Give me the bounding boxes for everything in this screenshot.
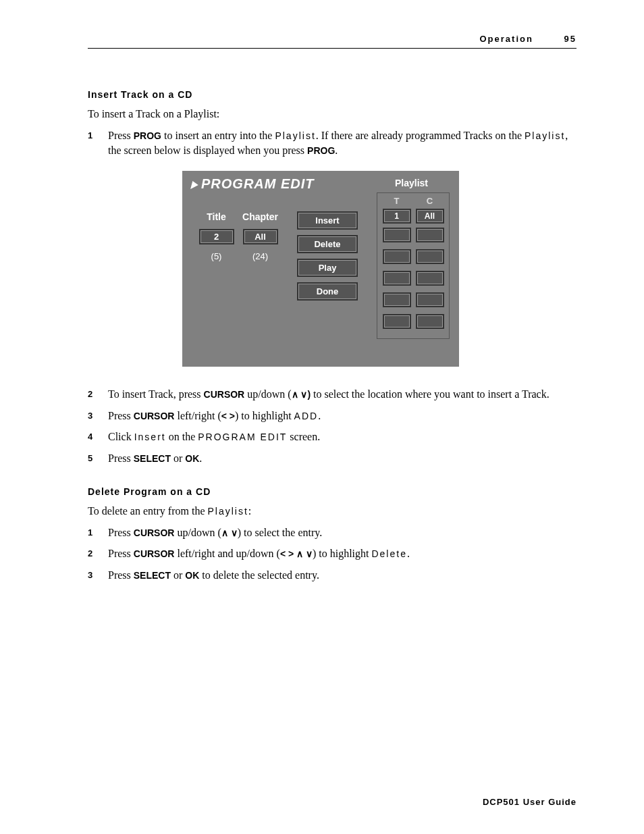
page-header: Operation 95 xyxy=(88,34,576,49)
playlist-c[interactable]: All xyxy=(416,209,444,224)
playlist-c[interactable] xyxy=(416,271,444,286)
playlist-col-t: T xyxy=(380,196,413,209)
section-title-insert: Insert Track on a CD xyxy=(88,89,576,100)
section2-intro: To delete an entry from the Playlist: xyxy=(88,505,576,517)
screen-buttons: Insert Delete Play Done xyxy=(297,211,358,306)
chapter-total: (24) xyxy=(238,251,282,261)
table-row: 1 All xyxy=(380,209,446,224)
playlist-t[interactable] xyxy=(383,292,411,307)
playlist-c[interactable] xyxy=(416,249,444,264)
col-chapter: Chapter xyxy=(238,211,282,222)
playlist-t[interactable] xyxy=(383,228,411,242)
list-item: 3 Press SELECT or OK to delete the selec… xyxy=(88,568,576,583)
delete-button[interactable]: Delete xyxy=(297,235,358,253)
playlist-panel: T C 1 All xyxy=(377,192,450,339)
title-total: (5) xyxy=(194,251,238,261)
page-number: 95 xyxy=(564,34,576,44)
col-title: Title xyxy=(194,211,238,222)
playlist-t[interactable] xyxy=(383,249,411,264)
table-row xyxy=(380,271,446,288)
list-item: 3 Press CURSOR left/right (< >) to highl… xyxy=(88,409,576,423)
section2-steps: 1 Press CURSOR up/down (∧ ∨) to select t… xyxy=(88,525,576,583)
header-section: Operation xyxy=(480,34,533,44)
footer-guide: DCP501 User Guide xyxy=(483,797,576,807)
screen-title: PROGRAM EDIT xyxy=(192,176,315,192)
section1-intro: To insert a Track on a Playlist: xyxy=(88,108,576,120)
playlist-t[interactable] xyxy=(383,314,411,329)
insert-button[interactable]: Insert xyxy=(297,211,358,230)
play-button[interactable]: Play xyxy=(297,259,358,277)
program-edit-screen: PROGRAM EDIT Playlist Title Chapter 2 Al… xyxy=(182,171,459,367)
playlist-t[interactable]: 1 xyxy=(383,209,411,224)
list-item: 1 Press CURSOR up/down (∧ ∨) to select t… xyxy=(88,525,576,540)
list-item: 4 Click Insert on the PROGRAM EDIT scree… xyxy=(88,429,576,444)
playlist-c[interactable] xyxy=(416,314,444,329)
list-item: 1 Press PROG to insert an entry into the… xyxy=(88,128,576,157)
done-button[interactable]: Done xyxy=(297,282,358,301)
section1-steps-cont: 2 To insert Track, press CURSOR up/down … xyxy=(88,387,576,465)
section1-steps: 1 Press PROG to insert an entry into the… xyxy=(88,128,576,157)
list-item: 5 Press SELECT or OK. xyxy=(88,451,576,466)
title-value[interactable]: 2 xyxy=(199,229,234,244)
playlist-c[interactable] xyxy=(416,228,444,242)
playlist-c[interactable] xyxy=(416,292,444,307)
chapter-value[interactable]: All xyxy=(243,229,278,244)
playlist-t[interactable] xyxy=(383,271,411,286)
screen-left-panel: Title Chapter 2 All (5) (24) xyxy=(194,211,282,261)
table-row xyxy=(380,292,446,310)
table-row xyxy=(380,314,446,332)
table-row xyxy=(380,228,446,245)
playlist-col-c: C xyxy=(413,196,446,209)
list-item: 2 To insert Track, press CURSOR up/down … xyxy=(88,387,576,402)
list-item: 2 Press CURSOR left/right and up/down (<… xyxy=(88,546,576,561)
table-row xyxy=(380,249,446,267)
section-title-delete: Delete Program on a CD xyxy=(88,486,576,497)
playlist-label: Playlist xyxy=(395,178,428,188)
